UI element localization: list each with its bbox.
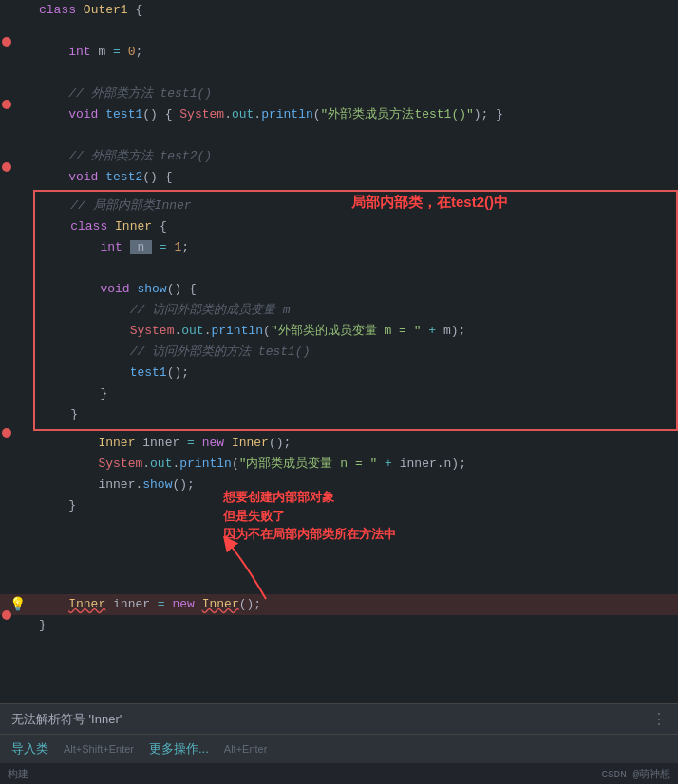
code-line-2	[0, 21, 678, 42]
inner-class-box: // 局部内部类Inner class Inner { int n = 1;	[33, 190, 678, 431]
more-actions-action[interactable]: 更多操作...	[149, 740, 209, 757]
content-after-2: System.out.println("内部类成员变量 n = " + inne…	[33, 454, 678, 475]
inner-line-6: // 访问外部类的成员变量 m	[35, 300, 676, 321]
breakpoint-last	[2, 610, 11, 620]
more-actions-shortcut: Alt+Enter	[224, 743, 268, 755]
import-class-action[interactable]: 导入类	[11, 740, 48, 757]
annotation-label: 局部内部类，在test2()中	[351, 194, 508, 210]
bottom-bar: 构建 CSDN @萌神想	[0, 763, 678, 784]
bulb-icon: 💡	[9, 594, 26, 615]
code-line-5: // 外部类方法 test1()	[0, 84, 678, 104]
inner-line-7: System.out.println("外部类的成员变量 m = " + m);	[35, 321, 676, 342]
import-class-shortcut: Alt+Shift+Enter	[64, 743, 134, 755]
popup-panel: 无法解析符号 'Inner' ⋮ 导入类 Alt+Shift+Enter 更多操…	[0, 703, 678, 763]
code-line-1: class Outer1 {	[0, 0, 678, 21]
line-content-7	[33, 125, 678, 146]
content-last: }	[33, 615, 678, 636]
popup-error-text: 无法解析符号 'Inner'	[11, 711, 122, 728]
inner-content-4	[35, 258, 676, 279]
inner-content-5: void show() {	[35, 279, 676, 300]
code-line-7	[0, 125, 678, 146]
error-line: 💡 Inner inner = new Inner();	[0, 594, 678, 615]
line-content-3: int m = 0;	[33, 42, 678, 63]
inner-line-4	[35, 258, 676, 279]
inner-content-11: }	[35, 404, 676, 425]
inner-line-8: // 访问外部类的方法 test1()	[35, 342, 676, 363]
code-line-after-2: System.out.println("内部类成员变量 n = " + inne…	[0, 454, 678, 475]
content-after-1: Inner inner = new Inner();	[33, 433, 678, 454]
arrow-line-3: 因为不在局部内部类所在方法中	[223, 525, 396, 544]
inner-line-2: class Inner {	[35, 216, 676, 237]
inner-line-10: }	[35, 383, 676, 404]
bottom-left: 构建	[8, 767, 28, 781]
line-content-8: // 外部类方法 test2()	[33, 146, 678, 167]
editor-container: class Outer1 { int m = 0; // 外部类方法 test1…	[0, 0, 678, 784]
code-line-8: // 外部类方法 test2()	[0, 146, 678, 167]
code-line-after-1: Inner inner = new Inner();	[0, 433, 678, 454]
line-content-9: void test2() {	[33, 167, 678, 188]
inner-content-2: class Inner {	[35, 216, 676, 237]
arrow-line-1: 想要创建内部部对象	[223, 488, 396, 507]
arrow-text-block: 想要创建内部部对象 但是失败了 因为不在局部内部类所在方法中	[223, 488, 396, 544]
line-content-6: void test1() { System.out.println("外部类成员…	[33, 104, 678, 125]
error-content: Inner inner = new Inner();	[33, 594, 678, 615]
code-line-9: void test2() {	[0, 167, 678, 188]
inner-content-10: }	[35, 383, 676, 404]
inner-content-6: // 访问外部类的成员变量 m	[35, 300, 676, 321]
code-line-last: }	[0, 615, 678, 636]
arrow-line-2: 但是失败了	[223, 507, 396, 526]
inner-content-9: test1();	[35, 363, 676, 383]
inner-content-8: // 访问外部类的方法 test1()	[35, 342, 676, 363]
breakpoint-9	[2, 162, 11, 172]
breakpoint-6	[2, 100, 11, 109]
inner-line-11: }	[35, 404, 676, 425]
branding-label: CSDN @萌神想	[601, 769, 670, 780]
breakpoint-after-1	[2, 428, 11, 438]
code-line-3: int m = 0;	[0, 42, 678, 63]
inner-content-3: int n = 1;	[35, 237, 676, 258]
inner-line-3: int n = 1;	[35, 237, 676, 258]
line-content-2	[33, 21, 678, 42]
bottom-right: CSDN @萌神想	[601, 767, 670, 781]
code-line-4	[0, 63, 678, 84]
popup-header: 无法解析符号 'Inner' ⋮	[0, 704, 678, 735]
inner-content-7: System.out.println("外部类的成员变量 m = " + m);	[35, 321, 676, 342]
code-area: class Outer1 { int m = 0; // 外部类方法 test1…	[0, 0, 678, 636]
breakpoint-3	[2, 37, 11, 47]
code-line-6: void test1() { System.out.println("外部类成员…	[0, 104, 678, 125]
line-content-4	[33, 63, 678, 84]
popup-action-row: 导入类 Alt+Shift+Enter 更多操作... Alt+Enter	[0, 735, 678, 763]
inner-class-annotation: 局部内部类，在test2()中	[351, 194, 508, 212]
more-options-icon[interactable]: ⋮	[651, 710, 667, 728]
inner-line-9: test1();	[35, 363, 676, 383]
inner-line-5: void show() {	[35, 279, 676, 300]
line-content-1: class Outer1 {	[33, 0, 678, 21]
build-label: 构建	[8, 767, 28, 781]
line-content-5: // 外部类方法 test1()	[33, 84, 678, 104]
